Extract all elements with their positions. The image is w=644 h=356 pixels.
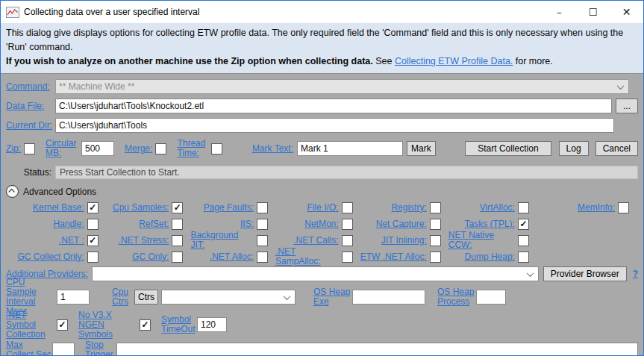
gc-only-checkbox[interactable] — [172, 252, 183, 263]
net-capture-checkbox[interactable] — [430, 219, 441, 230]
symbol-timeout-input[interactable] — [197, 317, 227, 332]
gc-collect-only-label-link[interactable]: GC Collect Only: — [17, 252, 84, 262]
chevron-down-icon[interactable] — [284, 293, 291, 300]
mark-button[interactable]: Mark — [407, 141, 436, 156]
dotnet-alloc-checkbox[interactable] — [257, 252, 268, 263]
ctrs-button[interactable]: Ctrs — [134, 290, 158, 305]
browse-ellipsis-button[interactable]: ... — [616, 99, 638, 113]
circular-mb-label-link[interactable]: Circular MB: — [46, 139, 81, 158]
gc-collect-only-checkbox[interactable] — [87, 252, 99, 263]
minimize-button[interactable]: – — [543, 1, 576, 23]
chevron-down-icon[interactable] — [526, 269, 534, 277]
os-heap-exe-input[interactable] — [352, 290, 425, 305]
file-io-checkbox[interactable] — [342, 202, 353, 213]
net-native-ccw-label-link[interactable]: NET Native CCW: — [448, 231, 515, 250]
jit-inlining-checkbox[interactable] — [430, 235, 441, 246]
advanced-options-expander[interactable]: Advanced Options — [6, 185, 638, 198]
virtalloc-checkbox[interactable] — [518, 202, 529, 213]
etw-dotnet-alloc-label-link[interactable]: ETW .NET Alloc: — [360, 252, 427, 262]
handle-label-link[interactable]: Handle: — [53, 219, 84, 229]
tasks-tpl-label-link[interactable]: Tasks (TPL): — [465, 219, 515, 229]
cpu-ctrs-combobox[interactable] — [161, 290, 296, 305]
net-symbol-collection-label-link[interactable]: .NET Symbol Collection — [6, 310, 57, 340]
close-button[interactable]: ✕ — [610, 1, 643, 23]
current-dir-input[interactable] — [55, 118, 614, 133]
cpu-samples-checkbox[interactable] — [172, 202, 183, 213]
registry-checkbox[interactable] — [430, 202, 441, 213]
os-heap-exe-label-link[interactable]: OS Heap Exe — [313, 287, 351, 307]
collecting-etw-profile-data-link[interactable]: Collecting ETW Profile Data. — [395, 56, 513, 66]
symbol-timeout-label-link[interactable]: Symbol TimeOut — [161, 315, 197, 334]
current-dir-label-link[interactable]: Current Dir: — [6, 120, 55, 131]
net-native-ccw-checkbox[interactable] — [518, 235, 529, 246]
data-file-label-link[interactable]: Data File: — [6, 101, 55, 111]
dump-heap-checkbox[interactable] — [518, 252, 529, 263]
background-jit-label-link[interactable]: Background JIT: — [190, 231, 254, 250]
os-heap-process-input[interactable] — [476, 290, 506, 305]
start-collection-button[interactable]: Start Collection — [465, 141, 551, 156]
max-collect-sec-input[interactable] — [52, 343, 75, 356]
provider-browser-button[interactable]: Provider Browser — [543, 266, 627, 281]
meminfo-label-link[interactable]: MemInfo: — [578, 203, 615, 213]
maximize-button[interactable]: ☐ — [576, 1, 610, 23]
refset-checkbox[interactable] — [172, 219, 183, 230]
cpu-sample-interval-input[interactable] — [57, 290, 90, 305]
iis-label-link[interactable]: IIS: — [240, 219, 254, 229]
dotnet-sampalloc-checkbox[interactable] — [342, 252, 353, 263]
stop-trigger-input[interactable] — [116, 343, 638, 356]
dotnet-stress-label-link[interactable]: .NET Stress: — [119, 236, 169, 246]
no-ngen-symbols-label-link[interactable]: No V3.X NGEN Symbols — [78, 310, 140, 340]
netmon-checkbox[interactable] — [342, 219, 353, 230]
merge-label-link[interactable]: Merge: — [125, 143, 152, 154]
cpu-samples-label-link[interactable]: Cpu Samples: — [113, 203, 169, 213]
etw-dotnet-alloc-checkbox[interactable] — [430, 252, 441, 263]
command-combobox[interactable]: ** Machine Wide ** — [55, 79, 629, 94]
stop-trigger-label-link[interactable]: Stop Trigger — [85, 340, 115, 356]
mark-text-label-link[interactable]: Mark Text: — [252, 143, 293, 154]
collapse-chevron-icon[interactable] — [6, 185, 19, 198]
refset-label-link[interactable]: RefSet: — [139, 219, 169, 229]
kernel-base-checkbox[interactable] — [87, 202, 99, 213]
provider-help-link[interactable]: ? — [633, 269, 638, 279]
gc-only-label-link[interactable]: GC Only: — [132, 252, 169, 262]
tasks-tpl-checkbox[interactable] — [518, 219, 529, 230]
zip-checkbox[interactable] — [24, 143, 35, 154]
page-faults-label-link[interactable]: Page Faults: — [204, 203, 254, 213]
page-faults-checkbox[interactable] — [257, 202, 268, 213]
virtalloc-label-link[interactable]: VirtAlloc: — [480, 203, 515, 213]
log-button[interactable]: Log — [559, 141, 589, 156]
cancel-button[interactable]: Cancel — [595, 141, 638, 156]
netmon-label-link[interactable]: NetMon: — [304, 219, 338, 229]
dotnet-alloc-label-link[interactable]: .NET Alloc: — [210, 252, 254, 262]
os-heap-process-label-link[interactable]: OS Heap Process — [437, 287, 475, 307]
iis-checkbox[interactable] — [257, 219, 268, 230]
jit-inlining-label-link[interactable]: JIT Inlining: — [381, 236, 427, 246]
thread-time-checkbox[interactable] — [211, 143, 222, 154]
no-ngen-symbols-checkbox[interactable] — [140, 319, 151, 331]
net-symbol-collection-checkbox[interactable] — [57, 319, 68, 331]
dotnet-sampalloc-label-link[interactable]: .NET SampAlloc: — [275, 247, 339, 266]
kernel-base-label-link[interactable]: Kernel Base: — [33, 203, 84, 213]
dump-heap-label-link[interactable]: Dump Heap: — [465, 252, 515, 262]
meminfo-checkbox[interactable] — [618, 202, 629, 213]
command-label-link[interactable]: Command: — [6, 81, 55, 92]
net-capture-label-link[interactable]: Net Capture: — [376, 219, 427, 229]
dotnet-calls-label-link[interactable]: .NET Calls: — [293, 236, 338, 246]
chevron-down-icon[interactable] — [617, 82, 625, 90]
dotnet-stress-checkbox[interactable] — [172, 235, 183, 246]
dotnet-label-link[interactable]: .NET : — [59, 236, 84, 246]
file-io-label-link[interactable]: File I/O: — [307, 203, 339, 213]
registry-label-link[interactable]: Registry: — [391, 203, 426, 213]
dotnet-checkbox[interactable] — [87, 235, 99, 246]
data-file-input[interactable] — [55, 99, 612, 113]
mark-text-input[interactable] — [297, 141, 403, 156]
merge-checkbox[interactable] — [155, 143, 166, 154]
background-jit-checkbox[interactable] — [257, 235, 268, 246]
zip-label-link[interactable]: Zip: — [6, 143, 21, 154]
max-collect-sec-label-link[interactable]: Max Collect Sec — [6, 340, 52, 356]
cpu-ctrs-label-link[interactable]: Cpu Ctrs — [112, 287, 133, 307]
dotnet-calls-checkbox[interactable] — [342, 235, 353, 246]
title-bar[interactable]: Collecting data over a user specified in… — [1, 1, 643, 23]
handle-checkbox[interactable] — [87, 219, 99, 230]
thread-time-label-link[interactable]: Thread Time: — [177, 139, 211, 158]
